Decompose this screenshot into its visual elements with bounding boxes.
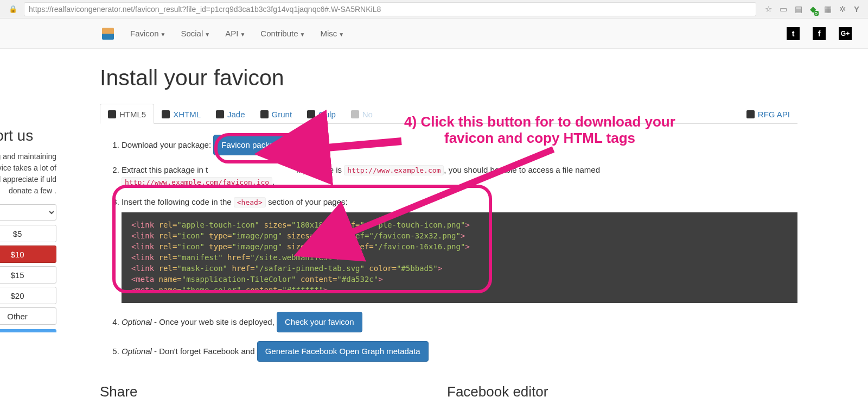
tab-gulp[interactable]: Gulp	[299, 104, 343, 123]
tab-grunt[interactable]: Grunt	[253, 104, 300, 123]
support-sidebar: pport us ng and maintaining rvice takes …	[0, 127, 60, 336]
nav-contribute[interactable]: Contribute▼	[260, 29, 305, 38]
currency-select[interactable]: USD	[0, 204, 56, 221]
tab-hidden-1[interactable]: No	[343, 104, 380, 123]
tab-icon	[351, 110, 359, 118]
head-code: <head>	[234, 197, 266, 207]
xhtml-icon	[162, 110, 170, 118]
amount-10[interactable]: $10	[0, 245, 56, 263]
site-logo[interactable]	[102, 28, 114, 40]
fb-editor-heading: Facebook editor	[447, 383, 548, 400]
svg-line-1	[342, 149, 553, 236]
amount-5[interactable]: $5	[0, 225, 56, 242]
ext-icon-1[interactable]: ▭	[780, 4, 787, 14]
star-icon[interactable]: ☆	[765, 4, 772, 14]
amount-20[interactable]: $20	[0, 287, 56, 304]
nav-social[interactable]: Social▼	[181, 29, 210, 38]
page-title: Install your favicon	[100, 65, 797, 91]
rfg-icon	[746, 110, 755, 118]
nav-misc[interactable]: Misc▼	[320, 29, 344, 38]
tab-jade[interactable]: Jade	[208, 104, 253, 123]
nav-api[interactable]: API▼	[225, 29, 245, 38]
check-favicon-button[interactable]: Check your favicon	[277, 312, 362, 332]
step-5: Optional - Don't forget Facebook and Gen…	[122, 341, 797, 362]
ext-icon-gear[interactable]: ✲	[839, 4, 846, 14]
tab-html5[interactable]: HTML5	[100, 104, 154, 124]
tab-xhtml[interactable]: XHTML	[154, 104, 208, 123]
annotation-arrow-2	[326, 138, 564, 249]
nav-favicon[interactable]: Favicon▼	[130, 29, 165, 38]
gulp-icon	[307, 110, 315, 118]
jade-icon	[216, 110, 224, 118]
amount-15[interactable]: $15	[0, 266, 56, 284]
lock-icon: 🔒	[9, 5, 17, 13]
ext-icon-green[interactable]: ◆5	[810, 4, 816, 14]
support-title: pport us	[0, 127, 56, 144]
share-heading: Share	[100, 383, 447, 400]
facebook-icon[interactable]: f	[813, 27, 826, 40]
google-plus-icon[interactable]: G+	[839, 27, 852, 40]
example-url-2: http://www.example.com/favicon.ico	[122, 177, 272, 187]
browser-toolbar-icons: ☆ ▭ ▤ ◆5 ▦ ✲ Y	[760, 4, 865, 14]
grunt-icon	[260, 110, 269, 118]
step-4: Optional - Once your web site is deploye…	[122, 312, 797, 332]
browser-address-bar: 🔒 https://realfavicongenerator.net/favic…	[0, 0, 868, 18]
generate-og-button[interactable]: Generate Facebook Open Graph metadata	[257, 341, 429, 362]
tab-rfg-api[interactable]: RFG API	[739, 104, 797, 123]
support-desc: ng and maintaining rvice takes a lot of …	[0, 151, 56, 197]
ext-icon-3[interactable]: ▦	[824, 4, 832, 14]
amount-other[interactable]: Other	[0, 307, 56, 325]
ext-icon-2[interactable]: ▤	[795, 4, 802, 14]
twitter-icon[interactable]: t	[787, 27, 800, 40]
url-input[interactable]: https://realfavicongenerator.net/favicon…	[24, 2, 756, 16]
donate-button-top[interactable]	[0, 329, 56, 332]
favicon-package-button[interactable]: Favicon package	[213, 135, 291, 155]
html5-icon	[108, 110, 116, 118]
ext-icon-y[interactable]: Y	[854, 4, 859, 14]
site-navbar: Favicon▼ Social▼ API▼ Contribute▼ Misc▼ …	[0, 18, 868, 49]
